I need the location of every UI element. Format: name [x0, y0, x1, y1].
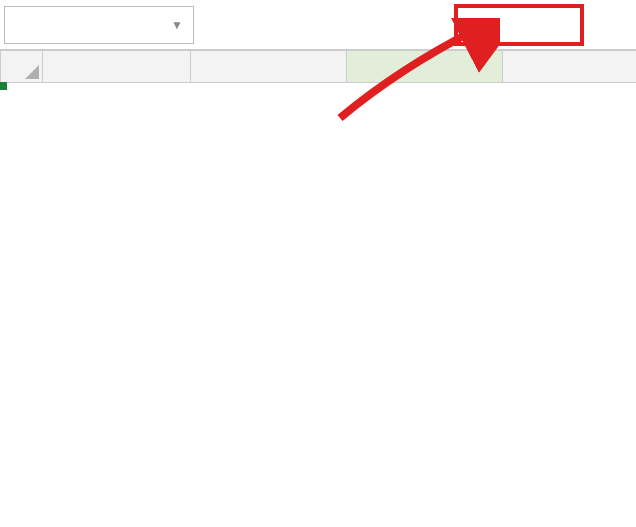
- col-header-B[interactable]: [191, 51, 347, 83]
- formula-bar-buttons: [294, 12, 428, 38]
- spreadsheet-grid[interactable]: [0, 50, 636, 83]
- select-all-corner[interactable]: [1, 51, 43, 83]
- fill-handle[interactable]: [0, 82, 7, 90]
- cancel-icon[interactable]: [294, 12, 320, 38]
- active-cell-outline: [0, 83, 6, 89]
- formula-input-highlight: [454, 4, 584, 46]
- name-box[interactable]: ▼: [4, 6, 194, 44]
- col-header-C[interactable]: [347, 51, 503, 83]
- col-header-A[interactable]: [43, 51, 191, 83]
- formula-bar: ▼: [0, 0, 636, 50]
- col-header-D[interactable]: [503, 51, 637, 83]
- accept-icon[interactable]: [348, 12, 374, 38]
- chevron-down-icon[interactable]: ▼: [171, 18, 183, 32]
- fx-icon[interactable]: [402, 12, 428, 38]
